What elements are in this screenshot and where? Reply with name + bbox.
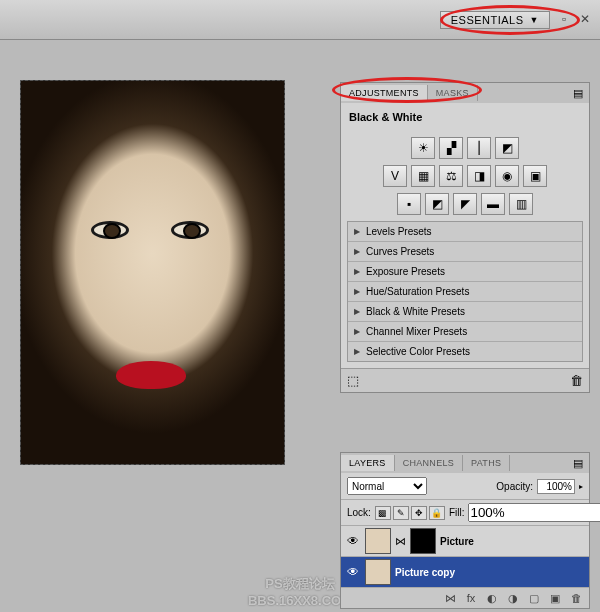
expand-icon: ▶ [354, 307, 360, 316]
lock-all-icon[interactable]: 🔒 [429, 506, 445, 520]
layer-name[interactable]: Picture [440, 536, 474, 547]
workspace-switcher[interactable]: ESSENTIALS ▼ [440, 11, 550, 29]
adjustment-presets-list: ▶Levels Presets ▶Curves Presets ▶Exposur… [347, 221, 583, 362]
minimize-icon[interactable]: ▫ [562, 12, 574, 24]
document-canvas[interactable] [20, 80, 285, 465]
gradient-map-icon[interactable]: ▬ [481, 193, 505, 215]
preset-exposure[interactable]: ▶Exposure Presets [348, 262, 582, 282]
invert-icon[interactable]: ▪ [397, 193, 421, 215]
hue-saturation-icon[interactable]: ▦ [411, 165, 435, 187]
layers-panel: LAYERS CHANNELS PATHS ▤ Normal Opacity: … [340, 452, 590, 609]
preset-curves[interactable]: ▶Curves Presets [348, 242, 582, 262]
layer-thumbnail[interactable] [365, 559, 391, 585]
image-content [21, 81, 284, 464]
group-icon[interactable]: ▢ [525, 591, 543, 605]
adjustment-layer-icon[interactable]: ◑ [504, 591, 522, 605]
watermark: PS教程论坛 BBS.16XX8.COM [248, 576, 352, 610]
opacity-input[interactable] [537, 479, 575, 494]
selective-color-icon[interactable]: ▥ [509, 193, 533, 215]
adjustments-panel: ADJUSTMENTS MASKS ▤ Black & White ☀ ▞ ⎮ … [340, 82, 590, 393]
delete-layer-icon[interactable]: 🗑 [567, 591, 585, 605]
threshold-icon[interactable]: ◤ [453, 193, 477, 215]
link-icon: ⋈ [395, 535, 406, 548]
exposure-icon[interactable]: ◩ [495, 137, 519, 159]
black-white-icon[interactable]: ◨ [467, 165, 491, 187]
expand-icon: ▶ [354, 347, 360, 356]
blend-mode-select[interactable]: Normal [347, 477, 427, 495]
expand-icon: ▶ [354, 287, 360, 296]
expand-icon: ▶ [354, 327, 360, 336]
color-balance-icon[interactable]: ⚖ [439, 165, 463, 187]
lock-position-icon[interactable]: ✥ [411, 506, 427, 520]
layer-mask-icon[interactable]: ◐ [483, 591, 501, 605]
visibility-eye-icon[interactable]: 👁 [345, 564, 361, 580]
chevron-down-icon: ▼ [530, 15, 539, 25]
trash-icon[interactable]: 🗑 [570, 373, 583, 388]
curves-icon[interactable]: ⎮ [467, 137, 491, 159]
expand-panel-icon[interactable]: ⬚ [347, 373, 359, 388]
preset-black-white[interactable]: ▶Black & White Presets [348, 302, 582, 322]
vibrance-icon[interactable]: V [383, 165, 407, 187]
close-icon[interactable]: ✕ [580, 12, 592, 24]
channel-mixer-icon[interactable]: ▣ [523, 165, 547, 187]
new-layer-icon[interactable]: ▣ [546, 591, 564, 605]
fill-label: Fill: [449, 507, 465, 518]
chevron-icon[interactable]: ▸ [579, 482, 583, 491]
layer-row[interactable]: 👁 ⋈ Picture [341, 526, 589, 557]
preset-selective-color[interactable]: ▶Selective Color Presets [348, 342, 582, 361]
fill-input[interactable] [468, 503, 600, 522]
posterize-icon[interactable]: ◩ [425, 193, 449, 215]
expand-icon: ▶ [354, 227, 360, 236]
levels-icon[interactable]: ▞ [439, 137, 463, 159]
preset-levels[interactable]: ▶Levels Presets [348, 222, 582, 242]
expand-icon: ▶ [354, 247, 360, 256]
tab-layers[interactable]: LAYERS [341, 455, 395, 471]
layer-style-icon[interactable]: fx [462, 591, 480, 605]
adjustment-title: Black & White [347, 109, 583, 131]
panel-menu-icon[interactable]: ▤ [567, 87, 589, 100]
layer-row[interactable]: 👁 Picture copy [341, 557, 589, 588]
layer-name[interactable]: Picture copy [395, 567, 455, 578]
tab-paths[interactable]: PATHS [463, 455, 510, 471]
visibility-eye-icon[interactable]: 👁 [345, 533, 361, 549]
photo-filter-icon[interactable]: ◉ [495, 165, 519, 187]
panel-menu-icon[interactable]: ▤ [567, 457, 589, 470]
lock-transparency-icon[interactable]: ▩ [375, 506, 391, 520]
layer-thumbnail[interactable] [365, 528, 391, 554]
link-layers-icon[interactable]: ⋈ [441, 591, 459, 605]
brightness-contrast-icon[interactable]: ☀ [411, 137, 435, 159]
expand-icon: ▶ [354, 267, 360, 276]
tab-channels[interactable]: CHANNELS [395, 455, 463, 471]
preset-channel-mixer[interactable]: ▶Channel Mixer Presets [348, 322, 582, 342]
layer-mask-thumbnail[interactable] [410, 528, 436, 554]
tab-adjustments[interactable]: ADJUSTMENTS [341, 85, 428, 101]
opacity-label: Opacity: [496, 481, 533, 492]
lock-label: Lock: [347, 507, 371, 518]
preset-hue-saturation[interactable]: ▶Hue/Saturation Presets [348, 282, 582, 302]
lock-pixels-icon[interactable]: ✎ [393, 506, 409, 520]
workspace-label: ESSENTIALS [451, 14, 524, 26]
tab-masks[interactable]: MASKS [428, 85, 478, 101]
